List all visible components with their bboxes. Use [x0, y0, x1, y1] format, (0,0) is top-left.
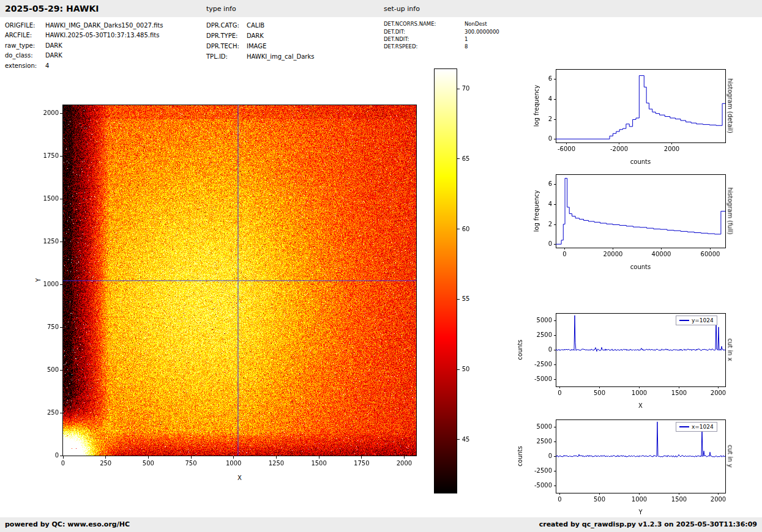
- field-value: IMAGE: [247, 43, 266, 50]
- field-value: 300.0000000: [465, 29, 499, 35]
- main-x-tick: [361, 456, 362, 459]
- legend-line-sample: [679, 320, 689, 321]
- file-info-row: extension:4: [5, 62, 49, 69]
- field-value: NonDest: [465, 21, 487, 27]
- colorbar-tick: [457, 439, 460, 440]
- main-y-tick-label: 500: [35, 366, 59, 373]
- field-label: DET.DIT:: [384, 29, 465, 35]
- field-label: extension:: [5, 62, 45, 69]
- header-bar: [0, 0, 762, 17]
- main-y-tick-label: 0: [35, 452, 59, 459]
- cut-x-side-label: cut in x: [727, 338, 734, 361]
- main-x-tick-label: 750: [185, 460, 197, 467]
- hist-full-xlabel: counts: [556, 264, 725, 270]
- field-label: TPL.ID:: [206, 53, 247, 60]
- main-x-tick: [276, 456, 277, 459]
- colorbar-tick: [457, 89, 460, 89]
- main-x-tick-label: 250: [100, 460, 111, 467]
- main-x-tick-label: 1750: [354, 460, 369, 467]
- main-x-tick-label: 1000: [226, 460, 241, 467]
- colorbar-tick-label: 50: [462, 366, 470, 372]
- main-y-tick: [60, 242, 62, 242]
- field-value: 4: [45, 62, 49, 69]
- hist-full-ylabel: log frequency: [533, 190, 540, 232]
- type-info-row: DPR.CATG:CALIB: [206, 22, 264, 29]
- field-value: DARK: [45, 42, 62, 49]
- main-y-tick-label: 1500: [35, 195, 59, 202]
- main-x-tick: [148, 456, 149, 459]
- type-info-row: DPR.TYPE:DARK: [206, 32, 264, 39]
- cut-y-side-label: cut in y: [727, 445, 734, 467]
- main-y-tick-label: 750: [35, 323, 59, 330]
- main-xlabel: X: [63, 475, 416, 481]
- file-info-row: ORIGFILE:HAWKI_IMG_DARK_Darks150_0027.fi…: [5, 22, 163, 29]
- main-y-tick: [60, 456, 62, 456]
- colorbar-tick: [457, 299, 460, 300]
- field-label: DPR.TYPE:: [206, 32, 247, 39]
- hist-detail-side-label: histogram (detail): [727, 78, 734, 133]
- setup-info-row: DET.RSPEED:8: [384, 43, 468, 50]
- field-value: HAWKI.2025-05-30T10:37:13.485.fits: [45, 32, 159, 39]
- field-label: DET.NDIT:: [384, 36, 465, 42]
- main-x-tick: [319, 456, 319, 459]
- main-x-tick: [191, 456, 192, 459]
- setup-info-row: DET.DIT:300.0000000: [384, 29, 499, 35]
- field-label: DET.RSPEED:: [384, 43, 465, 50]
- cut-y-xlabel: Y: [556, 509, 725, 515]
- field-label: DET.NCORRS.NAME:: [384, 21, 465, 27]
- main-y-tick-label: 250: [35, 409, 59, 416]
- field-label: DPR.CATG:: [206, 22, 247, 29]
- type-info-heading: type info: [206, 5, 236, 13]
- field-label: ARCFILE:: [5, 32, 45, 39]
- colorbar-tick: [457, 229, 460, 229]
- colorbar-tick: [457, 158, 460, 159]
- main-x-tick: [233, 456, 234, 459]
- file-info-row: raw_type:DARK: [5, 42, 62, 49]
- cut-x-ylabel: counts: [517, 339, 523, 360]
- field-label: ORIGFILE:: [5, 22, 45, 29]
- main-x-tick-label: 1250: [269, 460, 284, 467]
- main-x-tick-label: 2000: [397, 460, 412, 467]
- main-x-tick-label: 500: [143, 460, 154, 467]
- main-x-tick-label: 0: [61, 460, 65, 467]
- dark-frame-image: [63, 105, 416, 456]
- main-y-tick: [60, 327, 62, 328]
- main-y-tick-label: 1000: [35, 281, 59, 287]
- field-value: HAWKI_IMG_DARK_Darks150_0027.fits: [45, 22, 163, 29]
- cut-x-legend: y=1024: [676, 316, 717, 325]
- page-title: 2025-05-29: HAWKI: [5, 4, 99, 13]
- legend-label: x=1024: [692, 423, 714, 430]
- main-x-tick: [105, 456, 106, 459]
- main-y-tick-label: 1250: [35, 238, 59, 245]
- field-label: DPR.TECH:: [206, 43, 247, 50]
- setup-info-row: DET.NDIT:1: [384, 36, 468, 42]
- field-value: DARK: [45, 52, 62, 59]
- main-x-tick: [63, 456, 64, 459]
- main-y-tick: [60, 199, 62, 199]
- field-value: 1: [465, 36, 468, 42]
- colorbar-tick-label: 55: [462, 295, 470, 302]
- main-y-tick-label: 1750: [35, 152, 59, 159]
- field-value: HAWKI_img_cal_Darks: [247, 53, 314, 60]
- field-label: raw_type:: [5, 42, 45, 49]
- colorbar-tick-label: 65: [462, 155, 470, 162]
- cut-y-ylabel: counts: [517, 446, 523, 466]
- field-value: CALIB: [247, 22, 264, 29]
- colorbar-tick-label: 45: [462, 436, 470, 443]
- main-y-tick: [60, 156, 62, 157]
- legend-line-sample: [679, 426, 689, 427]
- colorbar-tick-label: 60: [462, 226, 470, 232]
- file-info-row: ARCFILE:HAWKI.2025-05-30T10:37:13.485.fi…: [5, 32, 159, 39]
- colorbar-tick: [457, 369, 460, 370]
- footer-left-text: powered by QC: www.eso.org/HC: [5, 520, 130, 528]
- main-y-tick: [60, 113, 62, 114]
- type-info-row: DPR.TECH:IMAGE: [206, 43, 266, 50]
- legend-label: y=1024: [692, 317, 714, 324]
- main-x-tick: [404, 456, 405, 459]
- histogram-detail-chart: [522, 64, 730, 162]
- qc-report-page: 2025-05-29: HAWKI type info set-up info …: [0, 0, 762, 532]
- main-y-tick: [60, 370, 62, 371]
- cut-y-legend: x=1024: [676, 422, 717, 432]
- cut-x-xlabel: X: [556, 402, 725, 409]
- type-info-row: TPL.ID:HAWKI_img_cal_Darks: [206, 53, 314, 60]
